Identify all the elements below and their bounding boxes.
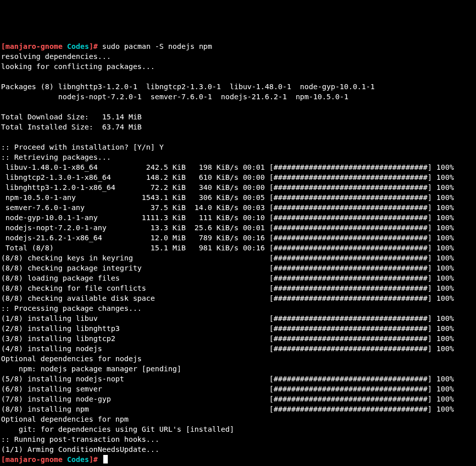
prompt-bracket-close: ]# xyxy=(89,42,98,50)
prompt-bracket-close: ]# xyxy=(89,455,98,463)
output-line: nodejs-21.6.2-1-x86_64 12.0 MiB 789 KiB/… xyxy=(1,234,454,242)
output-line: nodejs-nopt-7.2.0-1-any 13.3 KiB 25.6 Ki… xyxy=(1,224,454,232)
output-line: (8/8) checking keys in keyring [########… xyxy=(1,254,454,262)
output-line: node-gyp-10.0.1-1-any 1111.3 KiB 111 KiB… xyxy=(1,214,454,222)
prompt-host: manjaro-gnome xyxy=(6,42,63,50)
output-line: libnghttp3-1.2.0-1-x86_64 72.2 KiB 340 K… xyxy=(1,183,454,191)
output-line: Optional dependencies for nodejs xyxy=(1,355,142,363)
output-line: npm: nodejs package manager [pending] xyxy=(1,365,181,373)
output-line: Total Installed Size: 63.74 MiB xyxy=(1,123,142,131)
output-line: Total (8/8) 15.1 MiB 981 KiB/s 00:16 [##… xyxy=(1,244,454,252)
output-line: (8/8) checking package integrity [######… xyxy=(1,264,454,272)
output-line: (8/8) installing npm [##################… xyxy=(1,405,454,413)
output-line: semver-7.6.0-1-any 37.5 KiB 14.0 KiB/s 0… xyxy=(1,204,454,212)
output-line: nodejs-nopt-7.2.0-1 semver-7.6.0-1 nodej… xyxy=(1,93,349,101)
output-line: (8/8) checking available disk space [###… xyxy=(1,294,454,302)
cursor-icon xyxy=(103,455,108,463)
output-line: resolving dependencies... xyxy=(1,52,111,60)
output-line: (5/8) installing nodejs-nopt [##########… xyxy=(1,375,454,383)
prompt-bracket-open: [ xyxy=(1,42,6,50)
terminal-output[interactable]: [manjaro-gnome Codes]# sudo pacman -S no… xyxy=(1,41,475,464)
command-text: sudo pacman -S nodejs npm xyxy=(102,42,212,50)
output-line: looking for conflicting packages... xyxy=(1,62,155,71)
output-line: Packages (8) libnghttp3-1.2.0-1 libngtcp… xyxy=(1,83,375,91)
output-line: git: for dependencies using Git URL's [i… xyxy=(1,425,234,433)
output-line: (3/8) installing libngtcp2 [############… xyxy=(1,335,454,343)
output-line: (8/8) checking for file conflicts [#####… xyxy=(1,284,454,292)
output-line: libuv-1.48.0-1-x86_64 242.5 KiB 198 KiB/… xyxy=(1,163,454,171)
output-line: :: Retrieving packages... xyxy=(1,153,111,161)
output-line: (4/8) installing nodejs [###############… xyxy=(1,345,454,353)
output-line: npm-10.5.0-1-any 1543.1 KiB 306 KiB/s 00… xyxy=(1,193,454,202)
output-line: (2/8) installing libnghttp3 [###########… xyxy=(1,324,454,332)
prompt-dir: Codes xyxy=(67,42,89,50)
prompt-dir: Codes xyxy=(67,455,89,463)
output-line: libngtcp2-1.3.0-1-x86_64 148.2 KiB 610 K… xyxy=(1,173,454,181)
output-line: (8/8) loading package files [###########… xyxy=(1,274,454,282)
output-line: Total Download Size: 15.14 MiB xyxy=(1,113,142,121)
output-line: Optional dependencies for npm xyxy=(1,415,128,423)
output-line: (1/8) installing libuv [################… xyxy=(1,314,454,322)
output-line: :: Processing package changes... xyxy=(1,304,142,312)
output-line: (7/8) installing node-gyp [#############… xyxy=(1,395,454,403)
output-line: :: Running post-transaction hooks... xyxy=(1,435,159,443)
output-line: (6/8) installing semver [###############… xyxy=(1,385,454,393)
output-line: (1/1) Arming ConditionNeedsUpdate... xyxy=(1,445,159,453)
prompt-host: manjaro-gnome xyxy=(6,455,63,463)
prompt-bracket-open: [ xyxy=(1,455,6,463)
output-line: :: Proceed with installation? [Y/n] Y xyxy=(1,143,164,151)
